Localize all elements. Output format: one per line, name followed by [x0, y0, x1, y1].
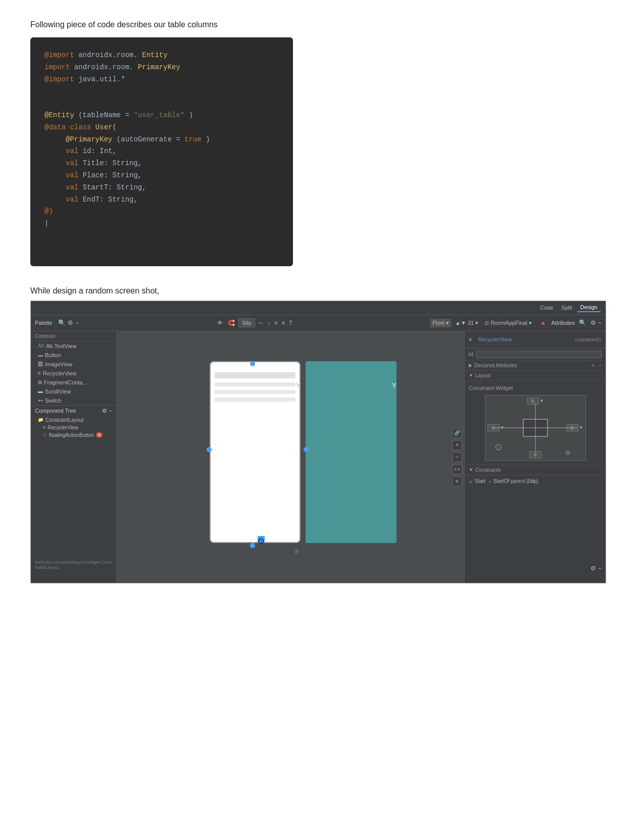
- toolbar-settings-icon[interactable]: ⚙: [68, 319, 73, 326]
- button-label: Button: [45, 352, 61, 358]
- palette-item-switch[interactable]: ⊷ Switch: [31, 396, 116, 405]
- constraint-top-input[interactable]: [527, 398, 539, 405]
- attr-settings-icon[interactable]: ⚙: [590, 565, 596, 572]
- ide-window: Code Split Design Palette 🔍 ⚙ − 👁 🧲 0dp …: [30, 301, 606, 583]
- tree-item-constraintlayout[interactable]: 📁 ConstraintLayout: [31, 416, 116, 424]
- canvas-btn-minus[interactable]: −: [452, 452, 462, 462]
- attr-section-declared[interactable]: ▶ Declared Attributes + −: [465, 361, 606, 371]
- switch-icon: ⊷: [38, 398, 43, 403]
- fab-label: floatingActionButton: [49, 432, 94, 438]
- canvas-btn-connect[interactable]: 🔗: [452, 428, 462, 438]
- recyclerview-icon: ≡: [38, 370, 41, 376]
- toolbar-eye-icon[interactable]: 👁: [217, 320, 223, 326]
- attr-unnamed-label: <unnamed>: [575, 337, 602, 342]
- component-tree: Component Tree ⚙ − 📁 ConstraintLayout ≡ …: [31, 405, 116, 439]
- palette-item-recyclerview[interactable]: ≡ RecyclerView: [31, 369, 116, 378]
- toolbar-arrows[interactable]: ↔: [258, 320, 264, 326]
- code-line-close: @): [44, 206, 279, 218]
- teal-panel: [306, 361, 397, 543]
- palette-item-fragmentconta[interactable]: ⊞ FragmentConta...: [31, 378, 116, 387]
- palette-category-common: Common: [31, 331, 116, 341]
- code-line-entity: @Entity (tableName = "user_table" ): [44, 110, 279, 122]
- palette-item-button[interactable]: ▬ Button: [31, 351, 116, 360]
- tab-code[interactable]: Code: [537, 304, 556, 312]
- palette-item-scrollview[interactable]: ▬ ScrollView: [31, 387, 116, 396]
- attr-list-icon: ≡: [469, 336, 472, 342]
- attr-id-input[interactable]: [476, 351, 602, 358]
- attr-section-layout[interactable]: ▼ Layout: [465, 371, 606, 381]
- palette-item-textview[interactable]: Ab Ab TextView: [31, 341, 116, 351]
- tree-item-recyclerview[interactable]: ≡ RecyclerView: [31, 424, 116, 431]
- component-tree-actions: ⚙ −: [102, 408, 112, 414]
- toolbar-attrs-settings[interactable]: ⚙: [590, 319, 596, 326]
- constraint-text-1: Start → StartOf parent (0dp): [475, 478, 538, 484]
- attr-section-constraints[interactable]: ▼ Constraints: [465, 465, 606, 475]
- toolbar-0dp[interactable]: 0dp: [238, 318, 255, 327]
- imageview-icon: 🖼: [38, 361, 43, 367]
- declared-attrs-minus[interactable]: −: [599, 363, 602, 368]
- y-indicator-1: Y: [296, 381, 301, 389]
- toolbar-minus-icon[interactable]: −: [75, 319, 79, 326]
- code-line-endt: val EndT: String,: [44, 194, 279, 206]
- code-line-blank3: [44, 230, 279, 242]
- constraint-widget-area: Constraint Widget ▼ ▼: [465, 381, 606, 465]
- phone-frame: Y Y ⊙ //: [184, 356, 397, 558]
- tree-settings-icon[interactable]: ⚙: [102, 408, 107, 414]
- toolbar-grid[interactable]: ≡: [274, 320, 277, 326]
- right-dropdown-icon[interactable]: ▼: [579, 425, 583, 430]
- declared-attrs-label: Declared Attributes: [474, 363, 517, 368]
- constraint-visual: ▼ ▼ ▼: [485, 395, 586, 461]
- palette-panel: Common Ab Ab TextView ▬ Button 🖼 ImageVi…: [31, 331, 117, 583]
- constraintlayout-icon: 📁: [38, 417, 43, 422]
- imageview-label: ImageView: [45, 361, 72, 367]
- canvas-btn-list[interactable]: ≡: [452, 476, 462, 486]
- section1-title: Following piece of code describes our ta…: [30, 20, 614, 29]
- tab-split[interactable]: Split: [558, 304, 575, 312]
- fab-badge: 8: [96, 432, 103, 437]
- toolbar-align[interactable]: ≡: [282, 320, 285, 326]
- toolbar-magnet-icon[interactable]: 🧲: [228, 320, 235, 326]
- tree-minus-icon[interactable]: −: [109, 408, 112, 414]
- toolbar-device-label[interactable]: Pixel ▾: [430, 319, 451, 327]
- declared-attrs-plus[interactable]: +: [591, 363, 595, 368]
- tree-item-fab[interactable]: ⊙ floatingActionButton 8: [31, 431, 116, 439]
- palette-item-imageview[interactable]: 🖼 ImageView: [31, 360, 116, 369]
- toolbar-theme[interactable]: ⊙ RoomAppFinal ▾: [484, 320, 532, 326]
- toolbar-text[interactable]: T: [289, 320, 292, 326]
- toolbar-api-level[interactable]: ▲▼ 31 ▾: [455, 320, 478, 326]
- toolbar-attrs-search[interactable]: 🔍: [579, 319, 586, 326]
- toolbar-attrs-label: Attributes: [552, 320, 575, 326]
- ide-statusbar: 1 min, 38 sec, 448 ms "Install Android S…: [31, 583, 606, 583]
- layout-label: Layout: [475, 373, 490, 378]
- toolbar-search-icon[interactable]: 🔍: [58, 319, 66, 326]
- diagonal-indicator: //: [295, 549, 298, 554]
- toolbar-vert-arrows[interactable]: ↕: [268, 320, 271, 326]
- code-line-blank4: [44, 242, 279, 254]
- code-line-startt: val StartT: String,: [44, 182, 279, 194]
- scrollview-icon: ▬: [38, 388, 43, 394]
- code-line-cursor: |: [44, 218, 279, 230]
- code-line-place: val Place: String,: [44, 170, 279, 182]
- canvas-btn-ratio[interactable]: 1:1: [452, 464, 462, 474]
- attributes-panel: ≡ RecyclerView <unnamed> id ▶ Declared A…: [464, 331, 606, 583]
- view-tabs: Code Split Design: [537, 303, 601, 312]
- component-tree-header: Component Tree ⚙ −: [31, 406, 116, 416]
- code-block: @import androidx.room. Entity import and…: [30, 37, 293, 266]
- toolbar-attrs-minus[interactable]: −: [598, 319, 602, 326]
- code-line-dataclass: @data class User(: [44, 122, 279, 134]
- design-canvas[interactable]: Y Y ⊙ // 🔗 + − 1:1 ≡: [117, 331, 464, 583]
- canvas-right-actions: 🔗 + − 1:1 ≡: [452, 428, 462, 486]
- phone-mockup: [210, 361, 301, 543]
- attr-header: ≡ RecyclerView <unnamed>: [465, 331, 606, 349]
- attr-component-name: RecyclerView: [474, 334, 515, 345]
- top-dropdown-icon[interactable]: ▼: [540, 399, 544, 403]
- attr-minus-icon[interactable]: −: [598, 565, 602, 572]
- code-line-blank2: [44, 97, 279, 110]
- ide-toolbar: Palette 🔍 ⚙ − 👁 🧲 0dp ↔ ↕ ≡ ≡ T Pixel ▾ …: [31, 315, 606, 331]
- constraint-bottom-input[interactable]: [529, 451, 541, 458]
- constraint-row-1: ↙ Start → StartOf parent (0dp): [469, 477, 602, 485]
- code-line-primarykey: @PrimaryKey (autoGenerate = true ): [44, 134, 279, 146]
- tab-design[interactable]: Design: [577, 303, 601, 312]
- textview-label: Ab TextView: [46, 343, 76, 349]
- canvas-btn-plus[interactable]: +: [452, 440, 462, 450]
